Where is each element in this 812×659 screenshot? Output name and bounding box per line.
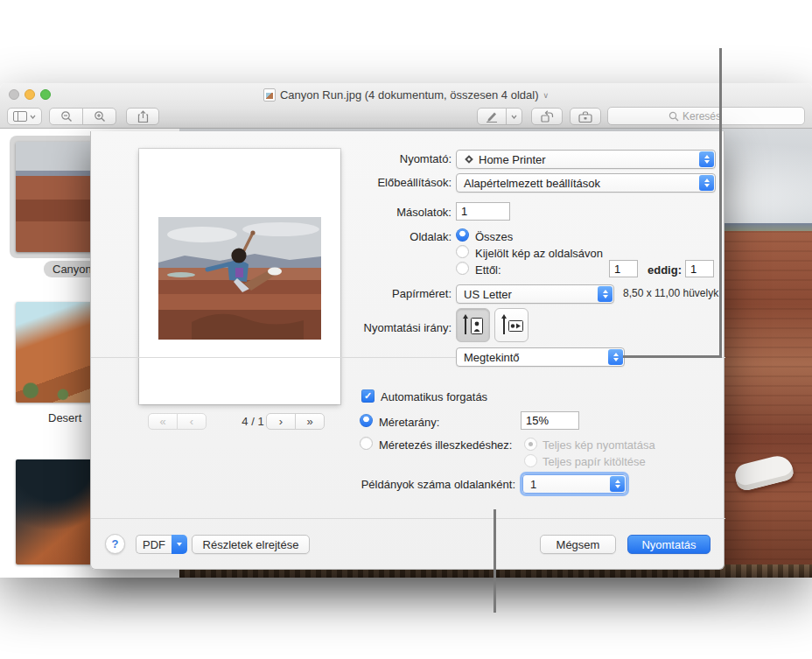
callout-line-horizontal	[623, 355, 722, 358]
paper-size-label: Papírméret:	[276, 287, 452, 300]
scale-radio[interactable]	[360, 414, 373, 427]
presets-label: Előbeállítások:	[276, 176, 452, 189]
copies-per-page-dropdown[interactable]: 1	[522, 474, 626, 494]
window-title: Canyon Run.jpg (4 dokumentum, összesen 4…	[280, 88, 539, 102]
markup-button[interactable]	[477, 108, 507, 125]
sidebar-toggle-button[interactable]	[7, 108, 42, 125]
printer-value: Home Printer	[479, 153, 546, 166]
pages-from-radio[interactable]	[456, 262, 469, 275]
zoom-out-button[interactable]	[49, 108, 83, 125]
chevron-down-icon	[511, 115, 517, 119]
orientation-portrait-button[interactable]	[456, 308, 490, 342]
print-button[interactable]: Nyomtatás	[627, 535, 710, 554]
paper-size-value: US Letter	[464, 288, 512, 301]
hide-details-button[interactable]: Részletek elrejtése	[192, 535, 310, 554]
share-icon	[137, 110, 149, 123]
help-button[interactable]: ?	[105, 534, 125, 554]
printer-icon	[464, 154, 474, 165]
auto-rotate-label: Automatikus forgatás	[381, 390, 487, 403]
window-header: Canyon Run.jpg (4 dokumentum, összesen 4…	[0, 83, 812, 129]
page-to-input[interactable]	[685, 260, 714, 277]
stepper-icon	[598, 286, 612, 302]
pdf-chevron-icon	[172, 535, 187, 554]
pages-from-label: Ettől:	[475, 263, 501, 277]
toolbox-icon	[578, 111, 592, 123]
last-page-button[interactable]: »	[295, 413, 325, 430]
orientation-label: Nyomtatási irány:	[276, 321, 452, 334]
printer-label: Nyomtató:	[276, 152, 452, 165]
pages-label: Oldalak:	[276, 230, 452, 243]
document-proxy-icon	[263, 88, 276, 102]
portrait-orientation-icon	[461, 313, 486, 338]
pages-selected-radio[interactable]	[456, 245, 469, 258]
help-icon: ?	[112, 537, 119, 550]
callout-line-vertical-top	[719, 48, 722, 358]
footer-separator	[91, 518, 725, 519]
pdf-button-label: PDF	[136, 535, 172, 554]
printer-dropdown[interactable]: Home Printer	[456, 150, 716, 169]
copies-label: Másolatok:	[276, 206, 452, 219]
stepper-icon	[699, 151, 714, 167]
app-options-dropdown[interactable]: Megtekintő	[456, 347, 625, 367]
print-label: Nyomtatás	[641, 538, 696, 551]
hide-details-label: Részletek elrejtése	[203, 538, 299, 551]
sidebar-icon	[13, 111, 27, 122]
zoom-in-icon	[94, 110, 106, 123]
chevron-down-icon	[30, 115, 36, 119]
auto-rotate-checkbox[interactable]: ✓	[361, 389, 374, 403]
presets-dropdown[interactable]: Alapértelmezett beállítások	[456, 173, 716, 193]
stepper-icon	[608, 349, 623, 365]
callout-line-vertical-bottom	[494, 509, 496, 613]
first-page-button[interactable]: «	[148, 413, 178, 430]
zoom-in-button[interactable]	[82, 108, 116, 125]
pager-forward-group: › »	[266, 413, 325, 430]
screenshot-canvas: Canyon Run.jpg (4 dokumentum, összesen 4…	[0, 0, 812, 659]
cancel-label: Mégsem	[556, 538, 600, 551]
search-input[interactable]	[682, 110, 744, 123]
scale-input[interactable]	[521, 411, 579, 430]
pages-all-label: Összes	[475, 230, 513, 243]
thumbnail-canyon-label: Canyon	[52, 263, 92, 276]
pages-to-label: eddig:	[648, 263, 682, 277]
pages-selected-label: Kijelölt kép az oldalsávon	[475, 247, 603, 260]
next-page-button[interactable]: ›	[266, 413, 296, 430]
markup-button-group	[477, 108, 522, 125]
scale-to-fit-label: Méretezés illeszkedéshez:	[379, 438, 512, 452]
checkmark-icon: ✓	[364, 390, 372, 402]
cancel-button[interactable]: Mégsem	[540, 535, 616, 554]
copies-input[interactable]	[456, 202, 510, 221]
fit-print-entire-label: Teljes kép nyomtatása	[542, 438, 655, 452]
title-chevron-icon[interactable]: ∨	[542, 89, 549, 100]
rotate-button[interactable]	[531, 108, 563, 125]
markup-pen-icon	[486, 111, 498, 123]
markup-toolbar-button[interactable]	[570, 108, 601, 125]
pager-back-group: « ‹	[148, 413, 206, 430]
pages-all-radio[interactable]	[456, 228, 469, 242]
share-button[interactable]	[126, 108, 159, 125]
paper-dimensions-text: 8,50 x 11,00 hüvelyk	[623, 287, 718, 299]
markup-dropdown-button[interactable]	[506, 108, 522, 125]
fit-fill-paper-label: Teljes papír kitöltése	[542, 455, 646, 468]
copies-per-page-value: 1	[530, 478, 536, 491]
orientation-landscape-button[interactable]	[494, 308, 528, 342]
zoom-out-icon	[60, 110, 73, 123]
landscape-orientation-icon	[500, 313, 524, 338]
scale-to-fit-radio[interactable]	[360, 437, 373, 450]
copies-per-page-label: Példányok száma oldalanként:	[314, 478, 515, 491]
previous-page-button[interactable]: ‹	[177, 413, 206, 430]
scale-label: Méretarány:	[379, 416, 439, 429]
fit-fill-paper-radio	[524, 454, 537, 467]
search-icon	[668, 111, 679, 122]
page-from-input[interactable]	[609, 260, 638, 277]
rotate-left-icon	[540, 110, 554, 123]
fit-print-entire-radio	[524, 438, 537, 451]
stepper-icon	[610, 476, 625, 492]
paper-size-dropdown[interactable]: US Letter	[456, 284, 614, 304]
search-field[interactable]	[607, 107, 805, 125]
pdf-menu-button[interactable]: PDF	[136, 535, 187, 554]
app-options-value: Megtekintő	[464, 351, 520, 364]
zoom-button-group	[49, 108, 116, 125]
print-dialog: « ‹ 4 / 1 › » Nyomtató: Home Printer Elő…	[90, 131, 724, 570]
stepper-icon	[699, 175, 714, 191]
thumbnail-desert-label: Desert	[48, 411, 81, 424]
